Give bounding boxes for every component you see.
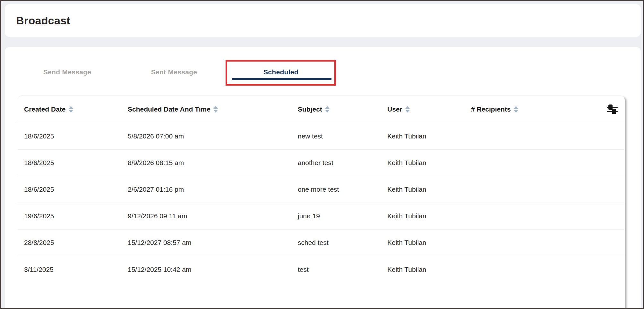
tab-label: Scheduled (263, 68, 298, 76)
cell-user: Keith Tubilan (387, 186, 471, 193)
table-row[interactable]: 18/6/2025 5/8/2026 07:00 am new test Kei… (18, 123, 625, 150)
cell-subject: another test (298, 159, 387, 167)
table-row[interactable]: 18/6/2025 2/6/2027 01:16 pm one more tes… (18, 176, 625, 203)
app-window: Broadcast Send Message Sent Message Sche… (0, 0, 644, 309)
column-header-recipients[interactable]: # Recipients (471, 105, 562, 113)
page-title: Broadcast (16, 14, 70, 27)
cell-subject: june 19 (298, 212, 387, 220)
column-header-label: # Recipients (471, 105, 511, 113)
cell-subject: test (298, 266, 387, 273)
cell-subject: sched test (298, 239, 387, 246)
cell-created-date: 18/6/2025 (18, 132, 128, 140)
cell-user: Keith Tubilan (387, 159, 471, 167)
tab-send-message[interactable]: Send Message (14, 63, 121, 81)
scheduled-messages-table: Created Date Scheduled Date And Time Sub… (18, 96, 625, 309)
table-row[interactable]: 28/8/2025 15/12/2027 08:57 am sched test… (18, 230, 625, 256)
sort-icon (514, 106, 518, 113)
column-header-subject[interactable]: Subject (298, 105, 387, 113)
cell-created-date: 28/8/2025 (18, 239, 128, 246)
table-header-actions (562, 104, 625, 114)
tab-bar: Send Message Sent Message Scheduled (14, 63, 334, 81)
table-header-row: Created Date Scheduled Date And Time Sub… (18, 96, 625, 123)
column-header-label: Created Date (24, 105, 66, 113)
column-header-user[interactable]: User (387, 105, 471, 113)
column-header-scheduled-date[interactable]: Scheduled Date And Time (128, 105, 298, 113)
broadcast-panel: Send Message Sent Message Scheduled Crea… (5, 47, 641, 309)
column-header-created-date[interactable]: Created Date (18, 105, 128, 113)
tab-label: Send Message (43, 68, 91, 76)
cell-user: Keith Tubilan (387, 266, 471, 273)
cell-user: Keith Tubilan (387, 132, 471, 140)
tab-label: Sent Message (151, 68, 197, 76)
table-row[interactable]: 18/6/2025 8/9/2026 08:15 am another test… (18, 150, 625, 176)
active-tab-underline (232, 78, 331, 80)
column-header-label: Subject (298, 105, 322, 113)
tab-sent-message[interactable]: Sent Message (121, 63, 228, 81)
cell-subject: one more test (298, 186, 387, 193)
cell-created-date: 18/6/2025 (18, 159, 128, 167)
cell-scheduled-date: 8/9/2026 08:15 am (128, 159, 298, 167)
cell-created-date: 3/11/2025 (18, 266, 128, 273)
sort-icon (325, 106, 330, 113)
table-row[interactable]: 19/6/2025 9/12/2026 09:11 am june 19 Kei… (18, 203, 625, 230)
column-header-label: Scheduled Date And Time (128, 105, 210, 113)
page-header: Broadcast (5, 4, 641, 37)
cell-created-date: 18/6/2025 (18, 186, 128, 193)
cell-scheduled-date: 15/12/2027 08:57 am (128, 239, 298, 246)
cell-scheduled-date: 2/6/2027 01:16 pm (128, 186, 298, 193)
table-row[interactable]: 3/11/2025 15/12/2025 10:42 am test Keith… (18, 256, 625, 283)
cell-user: Keith Tubilan (387, 212, 471, 220)
cell-scheduled-date: 15/12/2025 10:42 am (128, 266, 298, 273)
column-header-label: User (387, 105, 402, 113)
cell-user: Keith Tubilan (387, 239, 471, 246)
sort-icon (69, 106, 73, 113)
cell-subject: new test (298, 132, 387, 140)
column-settings-icon[interactable] (607, 104, 618, 114)
cell-created-date: 19/6/2025 (18, 212, 128, 220)
tab-scheduled[interactable]: Scheduled (228, 63, 334, 81)
sort-icon (405, 106, 410, 113)
cell-scheduled-date: 9/12/2026 09:11 am (128, 212, 298, 220)
cell-scheduled-date: 5/8/2026 07:00 am (128, 132, 298, 140)
sort-icon (213, 106, 218, 113)
